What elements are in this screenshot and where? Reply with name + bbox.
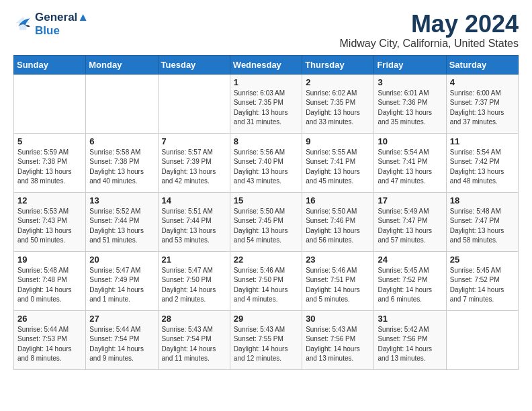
day-detail: Sunrise: 6:03 AMSunset: 7:35 PMDaylight:… xyxy=(234,89,298,128)
calendar-cell xyxy=(86,74,158,133)
day-detail: Sunrise: 5:48 AMSunset: 7:47 PMDaylight:… xyxy=(450,207,515,246)
day-number: 21 xyxy=(162,255,226,265)
day-number: 26 xyxy=(17,314,82,324)
calendar-cell: 20Sunrise: 5:47 AMSunset: 7:49 PMDayligh… xyxy=(86,251,158,310)
calendar-cell: 17Sunrise: 5:49 AMSunset: 7:47 PMDayligh… xyxy=(374,192,446,251)
day-detail: Sunrise: 5:47 AMSunset: 7:50 PMDaylight:… xyxy=(162,266,226,305)
day-detail: Sunrise: 5:50 AMSunset: 7:46 PMDaylight:… xyxy=(306,207,370,246)
logo-icon xyxy=(13,15,32,34)
day-detail: Sunrise: 6:00 AMSunset: 7:37 PMDaylight:… xyxy=(450,89,515,128)
calendar-cell xyxy=(14,74,86,133)
day-detail: Sunrise: 5:52 AMSunset: 7:44 PMDaylight:… xyxy=(89,207,154,246)
day-number: 18 xyxy=(450,195,515,205)
calendar-cell: 26Sunrise: 5:44 AMSunset: 7:53 PMDayligh… xyxy=(14,310,86,369)
day-number: 27 xyxy=(89,314,154,324)
day-number: 13 xyxy=(89,195,154,205)
weekday-header-monday: Monday xyxy=(86,55,158,74)
weekday-header-saturday: Saturday xyxy=(446,55,518,74)
day-number: 11 xyxy=(450,136,515,146)
day-detail: Sunrise: 5:44 AMSunset: 7:54 PMDaylight:… xyxy=(89,325,154,364)
calendar-cell xyxy=(446,310,518,369)
day-detail: Sunrise: 5:54 AMSunset: 7:42 PMDaylight:… xyxy=(450,148,515,187)
day-number: 28 xyxy=(162,314,226,324)
weekday-header-thursday: Thursday xyxy=(302,55,374,74)
day-number: 7 xyxy=(162,136,226,146)
weekday-header-friday: Friday xyxy=(374,55,446,74)
day-number: 22 xyxy=(234,255,298,265)
calendar-cell: 5Sunrise: 5:59 AMSunset: 7:38 PMDaylight… xyxy=(14,133,86,192)
day-detail: Sunrise: 5:45 AMSunset: 7:52 PMDaylight:… xyxy=(450,266,515,305)
day-number: 10 xyxy=(378,136,442,146)
day-detail: Sunrise: 5:57 AMSunset: 7:39 PMDaylight:… xyxy=(162,148,226,187)
calendar-week-4: 19Sunrise: 5:48 AMSunset: 7:48 PMDayligh… xyxy=(14,251,519,310)
day-number: 1 xyxy=(234,77,298,87)
day-detail: Sunrise: 5:51 AMSunset: 7:44 PMDaylight:… xyxy=(162,207,226,246)
title-area: May 2024 Midway City, California, United… xyxy=(340,11,519,50)
calendar-header: SundayMondayTuesdayWednesdayThursdayFrid… xyxy=(14,55,519,74)
day-number: 29 xyxy=(234,314,298,324)
calendar-cell: 8Sunrise: 5:56 AMSunset: 7:40 PMDaylight… xyxy=(230,133,302,192)
calendar-cell: 29Sunrise: 5:43 AMSunset: 7:55 PMDayligh… xyxy=(230,310,302,369)
weekday-header-wednesday: Wednesday xyxy=(230,55,302,74)
day-number: 19 xyxy=(17,255,82,265)
calendar-cell: 16Sunrise: 5:50 AMSunset: 7:46 PMDayligh… xyxy=(302,192,374,251)
day-detail: Sunrise: 5:44 AMSunset: 7:53 PMDaylight:… xyxy=(17,325,82,364)
calendar-table: SundayMondayTuesdayWednesdayThursdayFrid… xyxy=(13,55,519,370)
day-number: 15 xyxy=(234,195,298,205)
day-number: 25 xyxy=(450,255,515,265)
day-detail: Sunrise: 5:49 AMSunset: 7:47 PMDaylight:… xyxy=(378,207,442,246)
weekday-header-tuesday: Tuesday xyxy=(158,55,230,74)
day-detail: Sunrise: 5:48 AMSunset: 7:48 PMDaylight:… xyxy=(17,266,82,305)
day-detail: Sunrise: 5:54 AMSunset: 7:41 PMDaylight:… xyxy=(378,148,442,187)
day-detail: Sunrise: 5:58 AMSunset: 7:38 PMDaylight:… xyxy=(89,148,154,187)
day-detail: Sunrise: 5:45 AMSunset: 7:52 PMDaylight:… xyxy=(378,266,442,305)
calendar-cell: 23Sunrise: 5:46 AMSunset: 7:51 PMDayligh… xyxy=(302,251,374,310)
location-subtitle: Midway City, California, United States xyxy=(340,38,519,50)
calendar-cell: 14Sunrise: 5:51 AMSunset: 7:44 PMDayligh… xyxy=(158,192,230,251)
day-number: 3 xyxy=(378,77,442,87)
calendar-cell: 7Sunrise: 5:57 AMSunset: 7:39 PMDaylight… xyxy=(158,133,230,192)
day-number: 20 xyxy=(89,255,154,265)
calendar-cell: 6Sunrise: 5:58 AMSunset: 7:38 PMDaylight… xyxy=(86,133,158,192)
calendar-cell: 9Sunrise: 5:55 AMSunset: 7:41 PMDaylight… xyxy=(302,133,374,192)
day-detail: Sunrise: 5:43 AMSunset: 7:54 PMDaylight:… xyxy=(162,325,226,364)
calendar-body: 1Sunrise: 6:03 AMSunset: 7:35 PMDaylight… xyxy=(14,74,519,369)
calendar-cell: 22Sunrise: 5:46 AMSunset: 7:50 PMDayligh… xyxy=(230,251,302,310)
calendar-cell: 15Sunrise: 5:50 AMSunset: 7:45 PMDayligh… xyxy=(230,192,302,251)
day-detail: Sunrise: 5:43 AMSunset: 7:56 PMDaylight:… xyxy=(306,325,370,364)
calendar-cell: 4Sunrise: 6:00 AMSunset: 7:37 PMDaylight… xyxy=(446,74,518,133)
calendar-cell: 24Sunrise: 5:45 AMSunset: 7:52 PMDayligh… xyxy=(374,251,446,310)
day-number: 16 xyxy=(306,195,370,205)
calendar-cell: 30Sunrise: 5:43 AMSunset: 7:56 PMDayligh… xyxy=(302,310,374,369)
calendar-cell: 18Sunrise: 5:48 AMSunset: 7:47 PMDayligh… xyxy=(446,192,518,251)
calendar-cell: 12Sunrise: 5:53 AMSunset: 7:43 PMDayligh… xyxy=(14,192,86,251)
day-number: 5 xyxy=(17,136,82,146)
calendar-cell: 31Sunrise: 5:42 AMSunset: 7:56 PMDayligh… xyxy=(374,310,446,369)
logo: General▲ Blue xyxy=(13,11,89,37)
day-number: 23 xyxy=(306,255,370,265)
day-detail: Sunrise: 5:46 AMSunset: 7:51 PMDaylight:… xyxy=(306,266,370,305)
page-header: General▲ Blue May 2024 Midway City, Cali… xyxy=(13,11,519,50)
day-number: 4 xyxy=(450,77,515,87)
day-detail: Sunrise: 5:47 AMSunset: 7:49 PMDaylight:… xyxy=(89,266,154,305)
calendar-week-5: 26Sunrise: 5:44 AMSunset: 7:53 PMDayligh… xyxy=(14,310,519,369)
calendar-week-2: 5Sunrise: 5:59 AMSunset: 7:38 PMDaylight… xyxy=(14,133,519,192)
calendar-cell: 2Sunrise: 6:02 AMSunset: 7:35 PMDaylight… xyxy=(302,74,374,133)
calendar-week-3: 12Sunrise: 5:53 AMSunset: 7:43 PMDayligh… xyxy=(14,192,519,251)
day-number: 30 xyxy=(306,314,370,324)
day-detail: Sunrise: 5:43 AMSunset: 7:55 PMDaylight:… xyxy=(234,325,298,364)
day-number: 6 xyxy=(89,136,154,146)
day-number: 14 xyxy=(162,195,226,205)
calendar-cell: 13Sunrise: 5:52 AMSunset: 7:44 PMDayligh… xyxy=(86,192,158,251)
logo-text: General▲ Blue xyxy=(35,11,89,37)
day-detail: Sunrise: 6:02 AMSunset: 7:35 PMDaylight:… xyxy=(306,89,370,128)
weekday-header-sunday: Sunday xyxy=(14,55,86,74)
day-detail: Sunrise: 5:55 AMSunset: 7:41 PMDaylight:… xyxy=(306,148,370,187)
day-detail: Sunrise: 5:50 AMSunset: 7:45 PMDaylight:… xyxy=(234,207,298,246)
day-detail: Sunrise: 5:53 AMSunset: 7:43 PMDaylight:… xyxy=(17,207,82,246)
day-number: 24 xyxy=(378,255,442,265)
day-detail: Sunrise: 5:59 AMSunset: 7:38 PMDaylight:… xyxy=(17,148,82,187)
calendar-cell: 11Sunrise: 5:54 AMSunset: 7:42 PMDayligh… xyxy=(446,133,518,192)
day-number: 8 xyxy=(234,136,298,146)
calendar-cell: 27Sunrise: 5:44 AMSunset: 7:54 PMDayligh… xyxy=(86,310,158,369)
